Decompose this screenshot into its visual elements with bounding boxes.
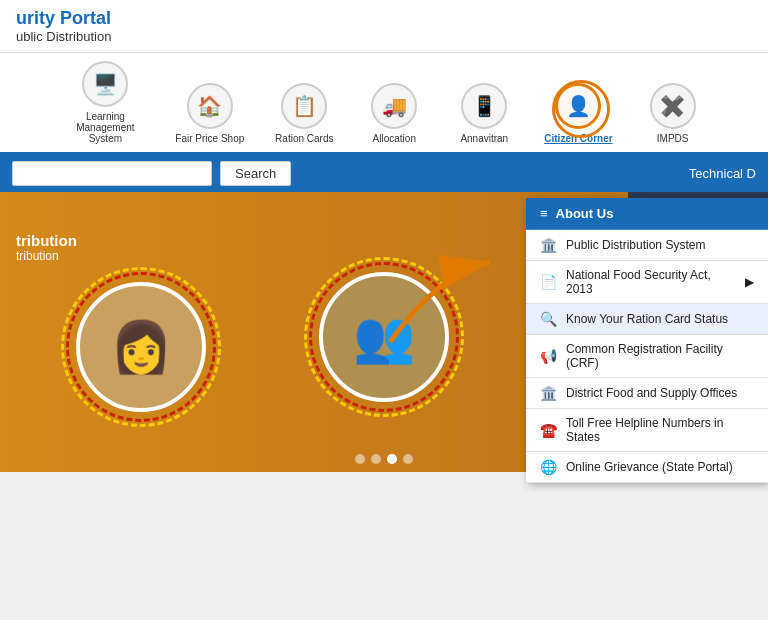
ring-yellow-1 — [61, 267, 221, 427]
dropdown-item-ration-status[interactable]: 🔍 Know Your Ration Card Status — [526, 304, 768, 335]
ring-yellow-2 — [304, 257, 464, 417]
dropdown-item-grievance[interactable]: 🌐 Online Grievance (State Portal) — [526, 452, 768, 483]
grievance-label: Online Grievance (State Portal) — [566, 460, 733, 474]
citizen-corner-dropdown: ≡ About Us 🏛️ Public Distribution System… — [526, 198, 768, 483]
annavitran-label: Annavitran — [460, 133, 508, 144]
sidebar-item-learning[interactable]: 🖥️ Learning Management System — [55, 53, 155, 152]
allocation-icon: 🚚 — [371, 83, 417, 129]
hero-subtext: tribution — [16, 249, 77, 263]
carousel-dots — [355, 454, 413, 464]
nfsa-arrow-icon: ▶ — [745, 275, 754, 289]
citizen-label: Citizen Corner — [544, 133, 612, 144]
fairprice-label: Fair Price Shop — [175, 133, 244, 144]
crf-icon: 📢 — [540, 348, 558, 364]
sidebar-item-fairprice[interactable]: 🏠 Fair Price Shop — [165, 75, 254, 152]
dropdown-item-pds[interactable]: 🏛️ Public Distribution System — [526, 230, 768, 261]
ration-icon: 📋 — [281, 83, 327, 129]
impds-icon: ✖️ — [650, 83, 696, 129]
annavitran-icon: 📱 — [461, 83, 507, 129]
portal-subtitle: ublic Distribution — [16, 29, 111, 44]
hero-left-text: tribution tribution — [16, 232, 77, 263]
crf-label: Common Registration Facility (CRF) — [566, 342, 754, 370]
sidebar-item-annavitran[interactable]: 📱 Annavitran — [444, 75, 524, 152]
nfsa-label: National Food Security Act, 2013 — [566, 268, 737, 296]
grievance-icon: 🌐 — [540, 459, 558, 475]
district-label: District Food and Supply Offices — [566, 386, 737, 400]
tollfree-icon: ☎️ — [540, 422, 558, 438]
search-input[interactable] — [12, 161, 212, 186]
dropdown-item-crf[interactable]: 📢 Common Registration Facility (CRF) — [526, 335, 768, 378]
ration-status-label: Know Your Ration Card Status — [566, 312, 728, 326]
carousel-dot-2[interactable] — [371, 454, 381, 464]
dropdown-item-district[interactable]: 🏛️ District Food and Supply Offices — [526, 378, 768, 409]
district-icon: 🏛️ — [540, 385, 558, 401]
portal-title: urity Portal — [16, 8, 111, 29]
dropdown-item-nfsa[interactable]: 📄 National Food Security Act, 2013 ▶ — [526, 261, 768, 304]
person1-wrapper: 👩 — [76, 282, 206, 412]
dropdown-header-label: About Us — [556, 206, 614, 221]
carousel-dot-4[interactable] — [403, 454, 413, 464]
header: urity Portal ublic Distribution — [0, 0, 768, 53]
technical-label: Technical D — [689, 166, 756, 181]
learning-icon: 🖥️ — [82, 61, 128, 107]
header-title: urity Portal ublic Distribution — [16, 8, 111, 44]
sidebar-item-impds[interactable]: ✖️ IMPDS — [633, 75, 713, 152]
sidebar-item-ration[interactable]: 📋 Ration Cards — [264, 75, 344, 152]
dropdown-header: ≡ About Us — [526, 198, 768, 230]
impds-label: IMPDS — [657, 133, 689, 144]
dropdown-item-tollfree[interactable]: ☎️ Toll Free Helpline Numbers in States — [526, 409, 768, 452]
search-bar: Search Technical D — [0, 155, 768, 192]
tollfree-label: Toll Free Helpline Numbers in States — [566, 416, 754, 444]
search-button[interactable]: Search — [220, 161, 291, 186]
hero-heading: tribution — [16, 232, 77, 249]
pds-label: Public Distribution System — [566, 238, 705, 252]
pds-icon: 🏛️ — [540, 237, 558, 253]
menu-icon: ≡ — [540, 206, 548, 221]
person2-wrapper: 👥 — [319, 272, 449, 402]
sidebar-item-allocation[interactable]: 🚚 Allocation — [354, 75, 434, 152]
learning-label: Learning Management System — [65, 111, 145, 144]
navbar: 🖥️ Learning Management System 🏠 Fair Pri… — [0, 53, 768, 155]
nfsa-icon: 📄 — [540, 274, 558, 290]
sidebar-item-citizen[interactable]: 👤 Citizen Corner — [534, 75, 622, 152]
fairprice-icon: 🏠 — [187, 83, 233, 129]
citizen-icon: 👤 — [555, 83, 601, 129]
ration-status-icon: 🔍 — [540, 311, 558, 327]
ration-label: Ration Cards — [275, 133, 333, 144]
carousel-dot-3[interactable] — [387, 454, 397, 464]
allocation-label: Allocation — [373, 133, 416, 144]
carousel-dot-1[interactable] — [355, 454, 365, 464]
